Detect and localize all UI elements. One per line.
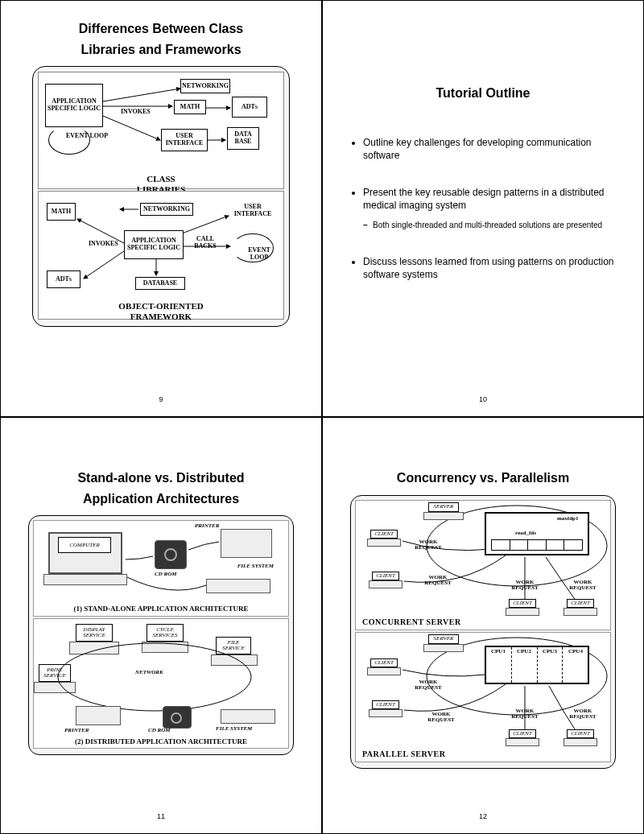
distributed-arch-diagram: DISPLAY SERVICE CYCLE SERVICES FILE SERV… bbox=[33, 618, 289, 749]
label-work-2: WORK REQUEST bbox=[422, 575, 454, 586]
svg-line-2 bbox=[103, 116, 160, 140]
concurrent-server-diagram: SERVER maxfdp1 read_fds CLIENT CLIENT CL… bbox=[355, 500, 611, 630]
concurrent-caption: CONCURRENT SERVER bbox=[362, 617, 461, 626]
title-line-1: Differences Between Class bbox=[79, 22, 244, 35]
bullet-2: Present the key reusable design patterns… bbox=[363, 186, 614, 231]
box-app-logic-2: APPLICATION SPECIFIC LOGIC bbox=[124, 230, 184, 259]
label-ui-2: USER INTERFACE bbox=[230, 203, 275, 217]
label-cpu1: CPU1 bbox=[491, 648, 506, 654]
class-libraries-diagram: APPLICATION SPECIFIC LOGIC EVENT LOOP IN… bbox=[38, 72, 284, 189]
box-client-p2: CLIENT bbox=[372, 700, 399, 709]
label-work-p1: WORK REQUEST bbox=[412, 679, 444, 691]
box-client-c3: CLIENT bbox=[509, 599, 536, 608]
bullet-2-sub-1: Both single-threaded and multi-threaded … bbox=[363, 220, 614, 231]
label-readfds: read_fds bbox=[515, 530, 536, 536]
label-cpu3: CPU3 bbox=[543, 648, 557, 654]
slide-10-bullets: Outline key challenges for developing co… bbox=[339, 136, 627, 282]
label-cpu2: CPU2 bbox=[517, 648, 531, 654]
page-number-9: 9 bbox=[1, 395, 321, 403]
bullet-2-sub: Both single-threaded and multi-threaded … bbox=[363, 220, 614, 231]
slide-12-title: Concurrency vs. Parallelism bbox=[339, 468, 627, 489]
label-cdrom-1: CD ROM bbox=[155, 571, 176, 577]
box-server-1: SERVER bbox=[428, 502, 459, 512]
box-client-p4: CLIENT bbox=[567, 729, 594, 738]
slide-12-panel: SERVER maxfdp1 read_fds CLIENT CLIENT CL… bbox=[350, 495, 616, 769]
page-number-12: 12 bbox=[323, 812, 643, 820]
box-networking: NETWORKING bbox=[180, 79, 230, 93]
label-work-3: WORK REQUEST bbox=[509, 580, 541, 591]
bullet-3: Discuss lessons learned from using patte… bbox=[363, 255, 614, 281]
box-adts-2: ADTs bbox=[47, 270, 80, 288]
framework-diagram: MATH NETWORKING USER INTERFACE ADTs INVO… bbox=[38, 191, 284, 320]
box-adts: ADTs bbox=[232, 97, 267, 118]
page-number-10: 10 bbox=[323, 395, 643, 403]
parallel-caption: PARALLEL SERVER bbox=[362, 749, 445, 758]
box-database-2: DATABASE bbox=[135, 277, 185, 290]
label-filesystem-2: FILE SYSTEM bbox=[216, 725, 252, 732]
parallel-server-diagram: SERVER CPU1 CPU2 CPU3 CPU4 CLIENT CLIENT… bbox=[355, 632, 611, 762]
slide-9-panel: APPLICATION SPECIFIC LOGIC EVENT LOOP IN… bbox=[32, 66, 290, 327]
box-networking-2: NETWORKING bbox=[140, 203, 193, 216]
label-cdrom-2: CD ROM bbox=[148, 727, 170, 733]
label-network: NETWORK bbox=[135, 669, 163, 675]
slide-12: Concurrency vs. Parallelism SERVER maxfd… bbox=[322, 417, 644, 834]
label-work-p4: WORK REQUEST bbox=[567, 708, 599, 720]
page-grid: Differences Between Class Libraries and … bbox=[0, 0, 644, 834]
svg-line-10 bbox=[182, 216, 229, 233]
title-line-2: Libraries and Frameworks bbox=[80, 43, 241, 56]
title-line-2: Application Architectures bbox=[83, 492, 239, 506]
box-user-interface: USER INTERFACE bbox=[161, 129, 208, 151]
label-invokes-2: INVOKES bbox=[89, 240, 118, 247]
slide-11-title: Stand-alone vs. Distributed Application … bbox=[17, 468, 305, 509]
label-work-1: WORK REQUEST bbox=[412, 539, 444, 551]
label-work-p3: WORK REQUEST bbox=[509, 708, 541, 720]
box-database: DATA BASE bbox=[227, 127, 259, 150]
box-math-2: MATH bbox=[47, 203, 76, 221]
box-client-c4: CLIENT bbox=[567, 599, 594, 608]
slide-10-title: Tutorial Outline bbox=[339, 83, 627, 104]
label-printer-1: PRINTER bbox=[195, 522, 219, 529]
label-work-p2: WORK REQUEST bbox=[425, 712, 457, 723]
label-filesystem-1: FILE SYSTEM bbox=[235, 563, 274, 569]
box-client-c2: CLIENT bbox=[372, 572, 399, 580]
distributed-caption: (2) DISTRIBUTED APPLICATION ARCHITECTURE bbox=[34, 737, 288, 745]
box-print-service: PRINT SERVICE bbox=[39, 664, 71, 682]
slide-11-panel: PRINTER COMPUTER CD ROM FILE SYSTEM (1) … bbox=[28, 515, 294, 755]
standalone-arch-diagram: PRINTER COMPUTER CD ROM FILE SYSTEM (1) … bbox=[33, 520, 289, 617]
label-cpu4: CPU4 bbox=[568, 648, 583, 654]
label-event-loop-2: EVENT LOOP bbox=[243, 246, 275, 261]
box-client-p3: CLIENT bbox=[509, 729, 536, 738]
box-cycle-services: CYCLE SERVICES bbox=[147, 624, 184, 642]
box-server-2: SERVER bbox=[428, 634, 459, 644]
slide-10: Tutorial Outline Outline key challenges … bbox=[322, 0, 644, 417]
page-number-11: 11 bbox=[1, 812, 321, 820]
box-client-c1: CLIENT bbox=[370, 530, 398, 539]
slide-9: Differences Between Class Libraries and … bbox=[0, 0, 322, 417]
box-computer: COMPUTER bbox=[58, 537, 111, 553]
box-app-logic: APPLICATION SPECIFIC LOGIC bbox=[45, 84, 103, 127]
slide-9-title: Differences Between Class Libraries and … bbox=[17, 19, 305, 60]
label-printer-2: PRINTER bbox=[64, 727, 89, 733]
slide-11: Stand-alone vs. Distributed Application … bbox=[0, 417, 322, 834]
label-work-4: WORK REQUEST bbox=[567, 580, 599, 591]
box-client-p1: CLIENT bbox=[370, 659, 398, 667]
svg-line-0 bbox=[103, 89, 180, 101]
label-invokes-1: INVOKES bbox=[121, 108, 151, 115]
label-maxfdp1: maxfdp1 bbox=[557, 515, 578, 522]
framework-caption: OBJECT-ORIENTEDFRAMEWORK bbox=[43, 301, 279, 322]
title-line-1: Stand-alone vs. Distributed bbox=[77, 471, 244, 485]
box-file-service: FILE SERVICE bbox=[216, 637, 251, 654]
box-display-service: DISPLAY SERVICE bbox=[76, 624, 113, 642]
bullet-1: Outline key challenges for developing co… bbox=[363, 136, 614, 162]
label-callbacks: CALL BACKS bbox=[190, 235, 221, 250]
svg-line-6 bbox=[84, 251, 124, 279]
box-math: MATH bbox=[174, 100, 206, 114]
standalone-caption: (1) STAND-ALONE APPLICATION ARCHITECTURE bbox=[34, 605, 288, 613]
